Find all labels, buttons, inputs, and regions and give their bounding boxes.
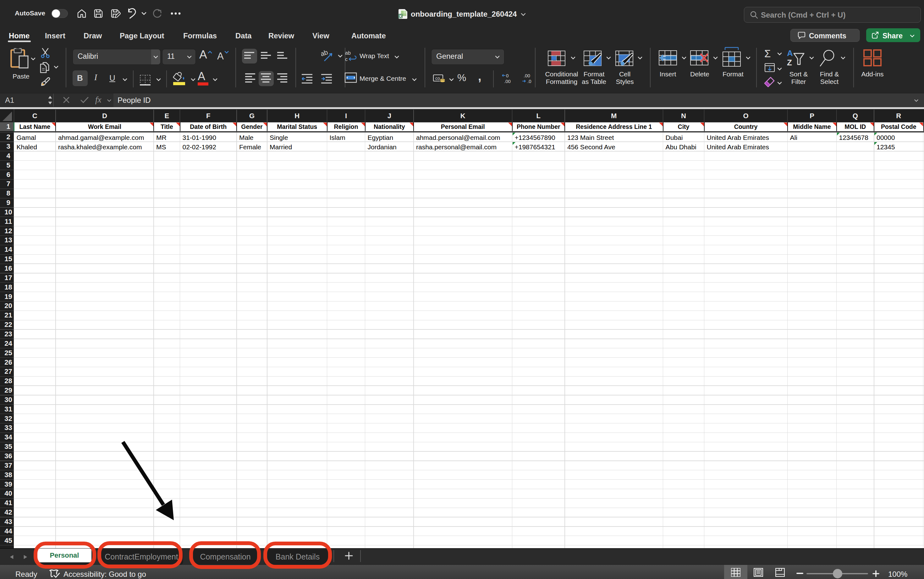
svg-text:co: co xyxy=(435,76,440,81)
svg-text:.0: .0 xyxy=(527,79,531,84)
svg-text:ab: ab xyxy=(321,50,329,57)
svg-text:c: c xyxy=(345,57,348,62)
svg-text:A: A xyxy=(787,49,793,58)
svg-text:ab: ab xyxy=(345,50,351,56)
svg-text:.00: .00 xyxy=(524,73,530,78)
svg-text:.00: .00 xyxy=(504,79,511,84)
svg-text:X: X xyxy=(399,14,402,18)
svg-text:Z: Z xyxy=(787,58,792,67)
svg-text:0: 0 xyxy=(506,73,509,78)
